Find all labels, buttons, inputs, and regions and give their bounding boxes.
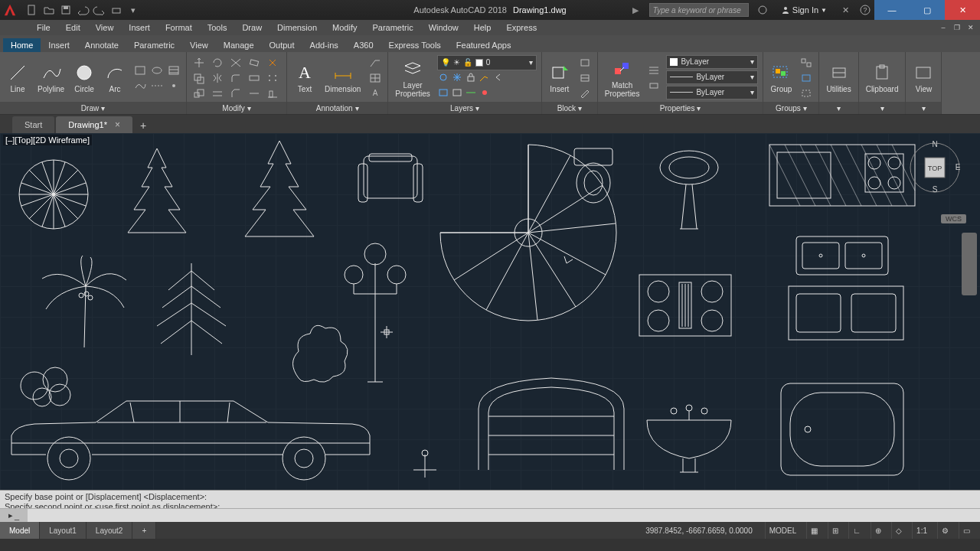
move-icon[interactable] [191,56,207,70]
panel-annot-title[interactable]: Annotation▾ [287,102,387,114]
layer-properties-button[interactable]: Layer Properties [393,57,433,99]
layout2-tab[interactable]: Layout2 [87,522,133,539]
drawing-canvas[interactable] [0,133,980,490]
open-icon[interactable] [43,4,55,16]
utilities-button[interactable]: Utilities [824,60,853,95]
trim-icon[interactable] [228,56,243,70]
group-button[interactable]: Group [768,60,794,95]
polar-toggle[interactable]: ⊕ [871,522,885,539]
model-tab[interactable]: Model [0,522,40,539]
tab-drawing1[interactable]: Drawing1*× [56,116,132,133]
viewport-controls[interactable]: [–][Top][2D Wireframe] [3,135,92,145]
bylayer-icon[interactable] [646,79,662,93]
ortho-toggle[interactable]: ∟ [848,522,864,539]
drawing-area[interactable]: [–][Top][2D Wireframe] [0,133,980,490]
text-button[interactable]: AText [292,60,318,95]
linetype-combo[interactable]: ByLayer▾ [666,86,758,99]
help-icon[interactable]: ? [859,4,871,16]
mirror-icon[interactable] [210,71,225,85]
edit-block-icon[interactable] [577,71,593,85]
doc-close-button[interactable]: ✕ [965,22,977,33]
wcs-button[interactable]: WCS [941,214,966,223]
grid-toggle[interactable]: ▦ [806,522,822,539]
panel-layers-title[interactable]: Layers▾ [388,102,541,114]
spline-icon[interactable] [132,79,148,93]
layer-freeze-icon[interactable] [451,72,463,86]
menu-express[interactable]: Express [498,20,544,35]
wheel-icon[interactable] [964,236,975,246]
model-space-button[interactable]: MODEL [765,522,801,539]
undo-icon[interactable] [77,4,89,16]
scale-icon[interactable] [191,86,207,100]
orbit-icon[interactable] [964,282,975,292]
layer-walk-icon[interactable] [479,87,491,101]
layer-match-icon[interactable] [479,72,491,86]
list-icon[interactable] [646,64,662,77]
tab-parametric[interactable]: Parametric [126,38,182,52]
doc-minimize-button[interactable]: – [937,22,949,33]
title-play-icon[interactable]: ▶ [629,4,642,16]
array-icon[interactable] [265,71,280,85]
osnap-toggle[interactable]: ◇ [891,522,906,539]
viewcube[interactable]: TOP N E S [908,141,962,194]
polyline-button[interactable]: Polyline [35,60,67,95]
qat-dropdown-icon[interactable]: ▾ [127,4,139,16]
dimension-button[interactable]: Dimension [322,60,363,95]
create-block-icon[interactable] [577,56,593,70]
leader-icon[interactable] [368,56,383,70]
copy-icon[interactable] [191,71,207,85]
workspace-switch[interactable]: ⚙ [937,522,952,539]
add-tab-button[interactable]: + [134,118,152,133]
layout1-tab[interactable]: Layout1 [40,522,87,539]
menu-help[interactable]: Help [466,20,499,35]
group-edit-icon[interactable] [799,71,814,85]
fillet-icon[interactable] [228,71,243,85]
tab-view[interactable]: View [182,38,216,52]
ungroup-icon[interactable] [799,56,814,70]
menu-view[interactable]: View [88,20,122,35]
circle-button[interactable]: Circle [71,60,97,95]
panel-clip-title[interactable]: ▾ [859,102,906,114]
minimize-button[interactable]: — [874,0,910,20]
match-properties-button[interactable]: Match Properties [603,57,642,99]
panel-draw-title[interactable]: Draw▾ [0,102,186,114]
menu-modify[interactable]: Modify [325,20,364,35]
group-select-icon[interactable] [799,86,814,100]
new-icon[interactable] [26,4,38,16]
save-icon[interactable] [60,4,72,16]
add-layout-button[interactable]: + [132,522,156,539]
table-icon[interactable] [368,71,383,85]
plot-icon[interactable] [110,4,122,16]
tab-featured[interactable]: Featured Apps [449,38,519,52]
erase-icon[interactable] [247,56,262,70]
menu-edit[interactable]: Edit [58,20,88,35]
maximize-button[interactable]: ▢ [910,0,945,20]
chamfer-icon[interactable] [228,86,243,100]
tab-insert[interactable]: Insert [41,38,77,52]
panel-view-title[interactable]: ▾ [906,102,941,114]
menu-format[interactable]: Format [158,20,200,35]
tab-output[interactable]: Output [262,38,302,52]
layer-off-icon[interactable] [437,72,449,86]
panel-groups-title[interactable]: Groups▾ [763,102,818,114]
align-icon[interactable] [265,86,280,100]
menu-insert[interactable]: Insert [121,20,158,35]
line-button[interactable]: Line [5,60,31,95]
lineweight-combo[interactable]: ByLayer▾ [666,70,758,84]
search-input[interactable]: Type a keyword or phrase [649,3,749,17]
infocenter-icon[interactable] [756,4,769,16]
color-combo[interactable]: ByLayer▾ [666,55,758,69]
edit-attr-icon[interactable] [577,86,593,100]
explode-icon[interactable] [265,56,280,70]
signin-button[interactable]: Sign In ▼ [776,5,831,15]
construction-icon[interactable] [149,79,165,93]
panel-block-title[interactable]: Block▾ [542,102,597,114]
hatch-icon[interactable] [166,64,181,77]
point-icon[interactable] [166,79,181,93]
panel-util-title[interactable]: ▾ [819,102,858,114]
menu-dimension[interactable]: Dimension [270,20,325,35]
view-button[interactable]: View [910,60,936,95]
tab-start[interactable]: Start [12,116,54,133]
tab-a360[interactable]: A360 [346,38,381,52]
annotation-scale[interactable]: 1:1 [912,522,931,539]
